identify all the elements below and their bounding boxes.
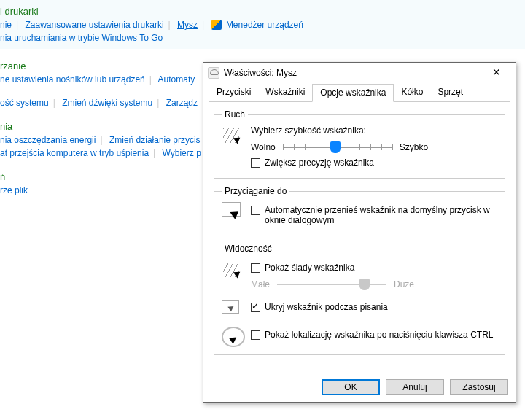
tab-pointers[interactable]: Wskaźniki	[258, 84, 312, 102]
link-fragment[interactable]: Automaty	[158, 74, 195, 85]
tabstrip: Przyciski Wskaźniki Opcje wskaźnika Kółk…	[209, 83, 510, 102]
mouse-icon	[208, 67, 219, 79]
ok-button[interactable]: OK	[322, 379, 380, 395]
link-change-button-action[interactable]: Zmień działanie przycis	[109, 135, 201, 145]
trails-small-label: Małe	[251, 279, 270, 289]
link-media-devices-settings[interactable]: ne ustawienia nośników lub urządzeń	[0, 74, 145, 85]
group-motion-legend: Ruch	[222, 109, 248, 120]
trails-large-label: Duże	[394, 279, 414, 289]
link-advanced-printer-settings[interactable]: Zaawansowane ustawienia drukarki	[25, 20, 163, 30]
group-snap-to: Przyciąganie do Automatycznie przenieś w…	[214, 186, 505, 236]
pointer-trails-label: Pokaż ślady wskaźnika	[265, 262, 354, 273]
hide-pointer-label: Ukryj wskaźnik podczas pisania	[265, 302, 388, 312]
show-location-icon	[222, 327, 245, 347]
link-fragment[interactable]: rze plik	[0, 185, 28, 195]
pointer-trails-checkbox[interactable]: Pokaż ślady wskaźnika	[251, 262, 497, 273]
pointer-speed-label: Wybierz szybkość wskaźnika:	[251, 125, 497, 136]
pointer-speed-slider[interactable]	[283, 140, 392, 155]
pointer-trails-icon	[222, 260, 245, 283]
cancel-button[interactable]: Anuluj	[386, 379, 444, 395]
link-sleep-scheme[interactable]: at przejścia komputera w tryb uśpienia	[0, 148, 149, 158]
link-windows-to-go[interactable]: nia uruchamiania w trybie Windows To Go	[0, 33, 163, 43]
tab-pointer-options[interactable]: Opcje wskaźnika	[312, 84, 394, 102]
link-device-manager[interactable]: Menedżer urządzeń	[226, 20, 303, 30]
snap-to-label: Automatycznie przenieś wskaźnik na domyś…	[265, 205, 497, 225]
shield-icon	[211, 20, 222, 30]
slow-label: Wolno	[251, 142, 276, 152]
mouse-properties-dialog: Właściwości: Mysz ✕ Przyciski Wskaźniki …	[203, 62, 516, 403]
group-snap-legend: Przyciąganie do	[222, 186, 289, 196]
group-motion: Ruch Wybierz szybkość wskaźnika: Wolno S…	[214, 109, 505, 179]
dialog-title: Właściwości: Mysz	[224, 68, 482, 78]
link-mouse[interactable]: Mysz	[177, 20, 198, 30]
apply-button[interactable]: Zastosuj	[450, 379, 508, 395]
tab-wheel[interactable]: Kółko	[394, 84, 430, 102]
hide-pointer-checkbox[interactable]: Ukryj wskaźnik podczas pisania	[251, 302, 497, 312]
show-location-checkbox[interactable]: Pokaż lokalizację wskaźnika po naciśnięc…	[251, 330, 497, 340]
enhance-precision-label: Zwiększ precyzję wskaźnika	[265, 158, 374, 168]
category-devices-printers: i drukarki	[0, 4, 525, 18]
link-fragment[interactable]: Wybierz p	[163, 148, 201, 158]
group-visibility-legend: Widoczność	[222, 244, 275, 254]
link-change-system-sounds[interactable]: Zmień dźwięki systemu	[62, 98, 152, 108]
show-location-label: Pokaż lokalizację wskaźnika po naciśnięc…	[265, 330, 493, 340]
snap-to-checkbox[interactable]: Automatycznie przenieś wskaźnik na domyś…	[251, 205, 497, 225]
tab-hardware[interactable]: Sprzęt	[430, 84, 470, 102]
pointer-trails-slider	[277, 277, 386, 292]
titlebar[interactable]: Właściwości: Mysz ✕	[203, 63, 516, 83]
tab-buttons[interactable]: Przyciski	[209, 84, 258, 102]
link-power-saving[interactable]: nia oszczędzania energii	[0, 135, 96, 145]
link-fragment[interactable]: Zarządz	[166, 98, 198, 108]
close-icon[interactable]: ✕	[482, 65, 511, 81]
hide-pointer-icon	[222, 299, 245, 322]
link-system-volume[interactable]: ość systemu	[0, 98, 49, 108]
link-fragment[interactable]: nie	[0, 20, 12, 30]
fast-label: Szybko	[400, 142, 428, 152]
snap-to-icon	[222, 202, 245, 225]
pointer-speed-icon	[222, 125, 245, 149]
group-visibility: Widoczność Pokaż ślady wskaźnika Małe	[214, 244, 505, 355]
enhance-precision-checkbox[interactable]: Zwiększ precyzję wskaźnika	[251, 158, 497, 168]
